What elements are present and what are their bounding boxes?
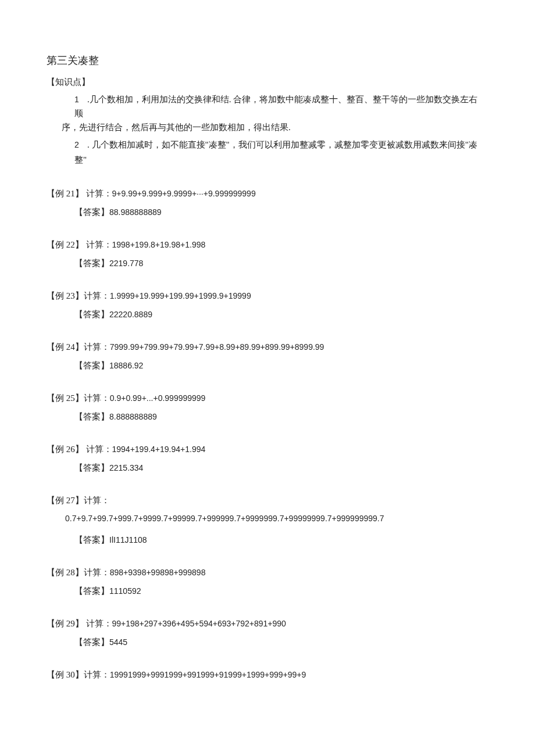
example-item: 【例 22】 计算：1998+199.8+19.98+1.998 【答案】221… (47, 238, 488, 270)
example-answer: 【答案】88.988888889 (74, 205, 488, 219)
example-item: 【例 30】计算：19991999+9991999+991999+91999+1… (47, 668, 488, 682)
calc-prefix: 计算： (84, 568, 110, 577)
example-answer: 【答案】8.888888889 (74, 410, 488, 424)
answer-label: 【答案】 (74, 637, 109, 647)
example-answer: 【答案】22220.8889 (74, 307, 488, 321)
knowledge-text-cont: 整" (74, 153, 480, 167)
answer-label: 【答案】 (74, 463, 109, 472)
answer-value: IlI11J1108 (109, 535, 147, 544)
example-label: 【例 29】 (47, 619, 84, 628)
calc-prefix: 计算： (84, 445, 112, 454)
knowledge-text: . 几个数相加减时，如不能直接"凑整"，我们可以利用加整减零，减整加零变更被减数… (87, 140, 477, 149)
example-answer: 【答案】5445 (74, 635, 488, 649)
example-expression: 0.9+0.99+...+0.999999999 (110, 393, 206, 403)
example-header: 【例 24】计算：7999.99+799.99+79.99+7.99+8.99+… (47, 340, 488, 354)
answer-value: 88.988888889 (109, 207, 162, 217)
example-expression: 9+9.99+9.999+9.9999+···+9.999999999 (112, 189, 256, 198)
answer-label: 【答案】 (74, 361, 109, 370)
document-page: 第三关凑整 【知识点】 1.几个数相加，利用加法的交换律和结. 合律，将加数中能… (0, 0, 535, 711)
answer-value: 1110592 (109, 586, 141, 596)
example-header: 【例 23】计算：1.9999+19.999+199.99+1999.9+199… (47, 289, 488, 303)
answer-label: 【答案】 (74, 259, 109, 268)
calc-prefix: 计算： (84, 393, 110, 403)
list-number: 1 (74, 93, 87, 106)
example-label: 【例 28】 (47, 568, 84, 577)
example-answer: 【答案】1110592 (74, 584, 488, 598)
example-header: 【例 21】 计算：9+9.99+9.999+9.9999+···+9.9999… (47, 187, 488, 200)
example-label: 【例 30】 (47, 670, 84, 679)
example-item: 【例 23】计算：1.9999+19.999+199.99+1999.9+199… (47, 289, 488, 321)
answer-label: 【答案】 (74, 586, 109, 596)
answer-value: 18886.92 (109, 361, 143, 370)
calc-prefix: 计算： (84, 496, 110, 505)
example-item: 【例 21】 计算：9+9.99+9.999+9.9999+···+9.9999… (47, 187, 488, 219)
example-label: 【例 24】 (47, 342, 84, 352)
example-item: 【例 24】计算：7999.99+799.99+79.99+7.99+8.99+… (47, 340, 488, 372)
list-number: 2 (74, 138, 87, 151)
answer-value: 22220.8889 (109, 310, 152, 319)
example-expression: 1994+199.4+19.94+1.994 (112, 445, 206, 454)
example-item: 【例 25】计算：0.9+0.99+...+0.999999999 【答案】8.… (47, 391, 488, 424)
examples-list: 【例 21】 计算：9+9.99+9.999+9.9999+···+9.9999… (47, 187, 488, 682)
knowledge-block: 1.几个数相加，利用加法的交换律和结. 合律，将加数中能凑成整十、整百、整干等的… (74, 92, 480, 167)
knowledge-item: 1.几个数相加，利用加法的交换律和结. 合律，将加数中能凑成整十、整百、整干等的… (74, 92, 480, 134)
example-label: 【例 26】 (47, 445, 84, 454)
example-header: 【例 30】计算：19991999+9991999+991999+91999+1… (47, 668, 488, 682)
example-label: 【例 25】 (47, 393, 84, 403)
example-expression: 0.7+9.7+99.7+999.7+9999.7+99999.7+999999… (65, 512, 488, 525)
answer-value: 2219.778 (109, 259, 143, 268)
example-expression: 898+9398+99898+999898 (110, 568, 206, 577)
example-label: 【例 21】 (47, 189, 84, 198)
example-label: 【例 22】 (47, 240, 84, 249)
example-answer: 【答案】2215.334 (74, 461, 488, 475)
knowledge-text: .几个数相加，利用加法的交换律和结. 合律，将加数中能凑成整十、整百、整干等的一… (74, 95, 477, 118)
example-header: 【例 25】计算：0.9+0.99+...+0.999999999 (47, 391, 488, 405)
example-item: 【例 29】 计算：99+198+297+396+495+594+693+792… (47, 617, 488, 649)
answer-value: 2215.334 (109, 463, 143, 472)
calc-prefix: 计算： (84, 291, 110, 300)
example-expression: 7999.99+799.99+79.99+7.99+8.99+89.99+899… (110, 342, 324, 352)
calc-prefix: 计算： (84, 342, 110, 352)
example-label: 【例 27】 (47, 496, 84, 505)
example-header: 【例 26】 计算：1994+199.4+19.94+1.994 (47, 442, 488, 456)
answer-label: 【答案】 (74, 535, 109, 544)
example-item: 【例 27】计算： 0.7+9.7+99.7+999.7+9999.7+9999… (47, 493, 488, 547)
section-title: 第三关凑整 (47, 52, 488, 69)
example-item: 【例 28】计算：898+9398+99898+999898 【答案】11105… (47, 565, 488, 598)
example-header: 【例 22】 计算：1998+199.8+19.98+1.998 (47, 238, 488, 252)
answer-value: 5445 (109, 637, 127, 647)
knowledge-text-cont: 序，先进行结合，然后再与其他的一些加数相加，得出结果. (62, 120, 480, 134)
calc-prefix: 计算： (84, 240, 112, 249)
example-header: 【例 27】计算： (47, 493, 488, 507)
example-header: 【例 28】计算：898+9398+99898+999898 (47, 565, 488, 579)
example-expression: 19991999+9991999+991999+91999+1999+999+9… (110, 670, 306, 679)
example-answer: 【答案】IlI11J1108 (74, 533, 488, 547)
calc-prefix: 计算： (84, 619, 112, 628)
calc-prefix: 计算： (84, 670, 110, 679)
answer-value: 8.888888889 (109, 412, 157, 421)
knowledge-item: 2. 几个数相加减时，如不能直接"凑整"，我们可以利用加整减零，减整加零变更被减… (74, 138, 480, 167)
example-header: 【例 29】 计算：99+198+297+396+495+594+693+792… (47, 617, 488, 630)
answer-label: 【答案】 (74, 310, 109, 319)
example-expression: 1998+199.8+19.98+1.998 (112, 240, 206, 249)
example-answer: 【答案】2219.778 (74, 256, 488, 270)
knowledge-label: 【知识点】 (47, 75, 488, 89)
example-label: 【例 23】 (47, 291, 84, 300)
example-item: 【例 26】 计算：1994+199.4+19.94+1.994 【答案】221… (47, 442, 488, 475)
calc-prefix: 计算： (84, 189, 112, 198)
answer-label: 【答案】 (74, 207, 109, 217)
example-expression: 1.9999+19.999+199.99+1999.9+19999 (110, 291, 251, 300)
example-answer: 【答案】18886.92 (74, 359, 488, 372)
answer-label: 【答案】 (74, 412, 109, 421)
example-expression: 99+198+297+396+495+594+693+792+891+990 (112, 619, 286, 628)
